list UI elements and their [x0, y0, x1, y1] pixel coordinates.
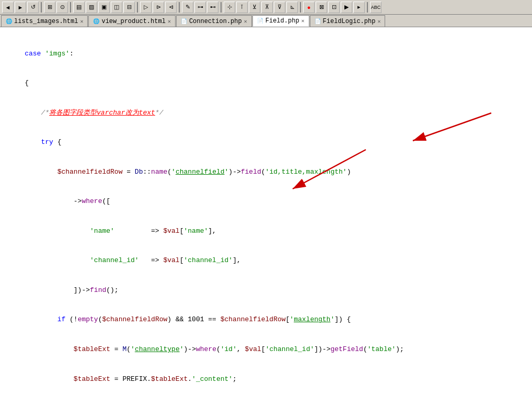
tab-view-product[interactable]: 🌐 view_product.html ✕ [88, 15, 175, 27]
toolbar-btn-17[interactable]: ⊼ [261, 2, 273, 13]
toolbar-btn-14[interactable]: ⊹ [224, 2, 235, 13]
code-line-10: if (!empty($channelfieldRow) && 1001 == … [4, 315, 528, 325]
toolbar-sep-1 [41, 2, 42, 13]
toolbar-sep-5 [221, 2, 222, 13]
tab-close-fieldlogic[interactable]: ✕ [377, 18, 380, 25]
toolbar-btn-20[interactable]: ⊠ [316, 2, 327, 13]
toolbar-btn-19[interactable]: ⊾ [286, 2, 298, 13]
toolbar-btn-record[interactable]: ● [303, 2, 315, 13]
tab-icon-lists: 🌐 [6, 18, 12, 25]
code-line-3: /*将各图字段类型varchar改为text*/ [4, 108, 528, 118]
toolbar-btn-6[interactable]: ◫ [111, 2, 122, 13]
toolbar-btn-3[interactable]: ▤ [73, 2, 85, 13]
toolbar-btn-7[interactable]: ⊟ [123, 2, 135, 13]
toolbar-sep-2 [70, 2, 71, 13]
toolbar: ◄ ► ↺ ⊞ ⊙ ▤ ▨ ▣ ◫ ⊟ ▷ ⊳ ⊲ ✎ ⊶ ⊷ ⊹ ⊺ ⊻ ⊼ … [0, 0, 532, 15]
tab-icon-field: 📄 [257, 18, 263, 24]
toolbar-btn-16[interactable]: ⊻ [249, 2, 260, 13]
tab-icon-connection: 📄 [181, 18, 187, 25]
code-line-8: 'channel_id' => $val['channel_id'], [4, 256, 528, 266]
toolbar-btn-reload[interactable]: ↺ [27, 2, 39, 13]
toolbar-sep-7 [367, 2, 368, 13]
tab-close-lists[interactable]: ✕ [80, 18, 83, 25]
tab-icon-view: 🌐 [93, 18, 99, 25]
tab-label-fieldlogic: FieldLogic.php [323, 18, 376, 25]
code-line-2: { [4, 78, 528, 88]
toolbar-btn-fwd[interactable]: ► [15, 2, 26, 13]
toolbar-btn-10[interactable]: ⊲ [165, 2, 177, 13]
toolbar-btn-15[interactable]: ⊺ [236, 2, 248, 13]
tab-label-view: view_product.html [101, 18, 165, 25]
toolbar-btn-23[interactable]: ▸ [353, 2, 365, 13]
toolbar-btn-9[interactable]: ⊳ [153, 2, 164, 13]
tab-label-lists: lists_images.html [14, 18, 78, 25]
tab-close-view[interactable]: ✕ [168, 18, 171, 25]
tab-close-connection[interactable]: ✕ [244, 18, 247, 25]
toolbar-btn-back[interactable]: ◄ [2, 2, 14, 13]
tab-label-field: Field.php [265, 17, 299, 25]
toolbar-btn-abc[interactable]: ABC [370, 2, 381, 13]
code-line-4: try { [4, 138, 528, 148]
tab-field[interactable]: 📄 Field.php ✕ [252, 15, 309, 27]
toolbar-btn-12[interactable]: ⊶ [194, 2, 206, 13]
code-line-12: $tableExt = PREFIX.$tableExt.'_content'; [4, 375, 528, 385]
toolbar-btn-5[interactable]: ▣ [98, 2, 110, 13]
toolbar-btn-22[interactable]: ▶ [341, 2, 352, 13]
toolbar-btn-18[interactable]: ⊽ [274, 2, 285, 13]
toolbar-btn-1[interactable]: ⊞ [44, 2, 55, 13]
code-line-11: $tableExt = M('channeltype')->where('id'… [4, 345, 528, 355]
tab-close-field[interactable]: ✕ [302, 18, 305, 24]
tab-icon-fieldlogic: 📄 [315, 18, 321, 25]
tabbar: 🌐 lists_images.html ✕ 🌐 view_product.htm… [0, 15, 532, 27]
toolbar-sep-6 [300, 2, 301, 13]
toolbar-btn-11[interactable]: ✎ [182, 2, 193, 13]
code-line-1: case 'imgs': [4, 49, 528, 59]
toolbar-btn-2[interactable]: ⊙ [56, 2, 68, 13]
toolbar-sep-4 [179, 2, 180, 13]
tab-label-connection: Connection.php [189, 18, 242, 25]
toolbar-sep-3 [137, 2, 138, 13]
code-editor[interactable]: case 'imgs': { /*将各图字段类型varchar改为text*/ … [0, 27, 532, 395]
code-line-6: ->where([ [4, 197, 528, 207]
toolbar-btn-4[interactable]: ▨ [86, 2, 97, 13]
code-content: case 'imgs': { /*将各图字段类型varchar改为text*/ … [0, 29, 532, 395]
toolbar-btn-8[interactable]: ▷ [140, 2, 152, 13]
tab-fieldlogic[interactable]: 📄 FieldLogic.php ✕ [310, 15, 386, 27]
code-line-9: ])->find(); [4, 286, 528, 296]
tab-lists-images[interactable]: 🌐 lists_images.html ✕ [1, 15, 88, 27]
code-line-5: $channelfieldRow = Db::name('channelfiel… [4, 167, 528, 177]
tab-connection[interactable]: 📄 Connection.php ✕ [176, 15, 252, 27]
toolbar-btn-21[interactable]: ⊡ [328, 2, 340, 13]
toolbar-btn-13[interactable]: ⊷ [207, 2, 218, 13]
code-line-7: 'name' => $val['name'], [4, 227, 528, 236]
